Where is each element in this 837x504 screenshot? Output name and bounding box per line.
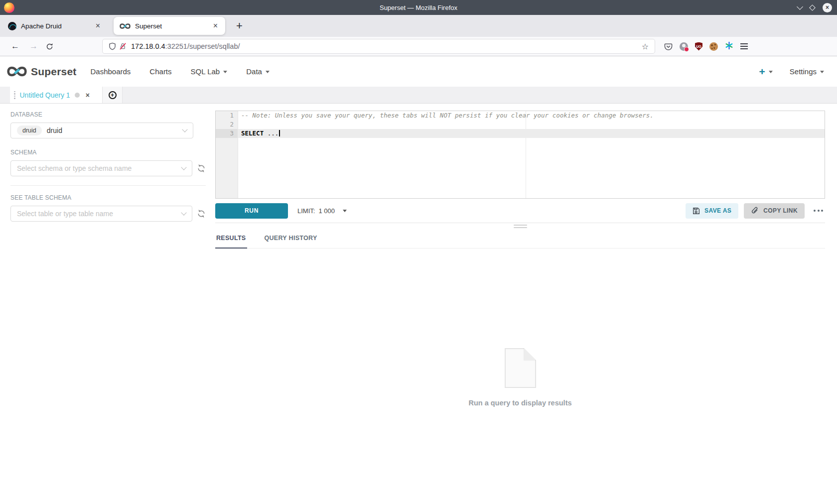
sqllab-left-panel: DATABASE druid druid SCHEMA Select schem… (0, 104, 209, 504)
link-icon (751, 207, 759, 215)
unsaved-indicator-dot (75, 93, 80, 98)
query-tab-close-icon[interactable]: × (86, 92, 90, 99)
line-number: 1 (216, 111, 238, 120)
line-number: 2 (216, 120, 238, 129)
browser-tab-apache-druid[interactable]: Apache Druid × (2, 17, 108, 35)
pocket-icon[interactable] (664, 42, 673, 51)
superset-logo[interactable]: Superset (7, 66, 76, 78)
url-bar[interactable]: 172.18.0.4:32251/superset/sqllab/ ☆ (102, 39, 655, 54)
database-tag: druid (17, 126, 42, 135)
sql-keyword: SELECT (241, 129, 264, 137)
window-minimize-icon[interactable] (797, 3, 803, 10)
line-number: 3 (216, 129, 238, 138)
plus-circle-icon: + (109, 91, 117, 99)
query-tab-label: Untitled Query 1 (20, 91, 70, 99)
window-maximize-icon[interactable] (809, 4, 816, 11)
table-select[interactable]: Select table or type table name (10, 206, 192, 222)
schema-select[interactable]: Select schema or type schema name (10, 160, 192, 176)
save-as-label: SAVE AS (704, 207, 731, 214)
empty-state-text: Run a query to display results (468, 399, 571, 407)
url-text: 172.18.0.4:32251/superset/sqllab/ (131, 42, 240, 50)
nav-item-dashboards[interactable]: Dashboards (90, 67, 131, 76)
limit-label: LIMIT: (297, 207, 315, 215)
refresh-schemas-button[interactable] (197, 164, 206, 173)
editor-line: 2 (216, 120, 825, 129)
browser-tabbar: Apache Druid × Superset × + (0, 15, 837, 37)
tab-query-history[interactable]: QUERY HISTORY (264, 232, 318, 248)
refresh-tables-button[interactable] (197, 209, 206, 218)
document-page-icon (505, 348, 536, 388)
editor-line-active: 3 SELECT ... (216, 129, 825, 138)
sync-icon (197, 164, 206, 173)
table-schema-label: SEE TABLE SCHEMA (10, 194, 209, 201)
database-select[interactable]: druid druid (10, 123, 193, 138)
chevron-down-icon (820, 71, 824, 73)
copy-link-button[interactable]: COPY LINK (744, 203, 805, 219)
run-button[interactable]: RUN (215, 203, 288, 219)
pane-resize-handle[interactable] (514, 225, 527, 228)
chevron-down-icon (769, 71, 773, 73)
window-title: Superset — Mozilla Firefox (380, 4, 457, 11)
results-empty-state: Run a query to display results (215, 348, 825, 407)
tab-close-icon[interactable]: × (211, 21, 220, 31)
browser-tab-title: Superset (135, 22, 211, 30)
new-item-plus-button[interactable]: + (759, 66, 773, 78)
forward-button: → (29, 41, 38, 51)
bookmark-star-icon[interactable]: ☆ (642, 42, 649, 51)
account-avatar-icon[interactable] (680, 42, 688, 51)
caret-down-icon (343, 210, 347, 212)
superset-navbar: Superset Dashboards Charts SQL Lab Data … (0, 56, 837, 87)
superset-favicon-icon (120, 23, 131, 29)
drag-handle-icon[interactable] (14, 91, 15, 99)
superset-infinity-icon (7, 66, 27, 77)
browser-tab-superset[interactable]: Superset × (114, 17, 225, 35)
ublock-origin-icon[interactable]: UO (695, 42, 702, 51)
firefox-logo-icon (4, 2, 14, 13)
nav-item-sql-lab[interactable]: SQL Lab (191, 67, 228, 76)
reload-button[interactable] (46, 43, 53, 50)
new-query-tab-button[interactable]: + (103, 87, 123, 103)
chevron-down-icon (181, 164, 186, 170)
url-host: 172.18.0.4 (131, 42, 165, 50)
editor-toolbar: RUN LIMIT: 1 000 SAVE AS COPY LINK (215, 199, 825, 223)
back-button[interactable]: ← (11, 41, 19, 51)
nav-item-data[interactable]: Data (246, 67, 270, 76)
save-as-button[interactable]: SAVE AS (686, 203, 738, 219)
table-placeholder: Select table or type table name (17, 210, 113, 218)
window-titlebar: Superset — Mozilla Firefox × (0, 0, 837, 15)
nav-item-charts[interactable]: Charts (149, 67, 171, 76)
sql-text: ... (264, 129, 279, 137)
panel-divider (10, 185, 206, 186)
window-close-icon[interactable]: × (823, 3, 832, 12)
chevron-down-icon (223, 71, 227, 73)
druid-favicon-icon (8, 22, 16, 30)
url-path: :32251/superset/sqllab/ (165, 42, 240, 50)
sql-editor[interactable]: 1 -- Note: Unless you save your query, t… (215, 111, 825, 199)
cookie-extension-icon[interactable] (709, 42, 718, 51)
limit-value: 1 000 (318, 207, 335, 215)
reload-icon (46, 43, 53, 50)
menu-hamburger-icon[interactable] (740, 43, 748, 49)
copy-link-label: COPY LINK (763, 207, 798, 214)
text-cursor (279, 130, 280, 136)
browser-tab-title: Apache Druid (21, 22, 93, 30)
tab-close-icon[interactable]: × (93, 21, 103, 31)
insecure-lock-icon[interactable] (119, 42, 127, 50)
brand-name: Superset (31, 66, 76, 78)
settings-menu[interactable]: Settings (790, 67, 824, 76)
query-tabbar: Untitled Query 1 × + (0, 87, 837, 104)
save-icon (693, 207, 700, 215)
tracking-protection-shield-icon[interactable] (109, 42, 116, 50)
browser-toolbar: ← → 172.18.0.4:32251/superset/sqllab/ ☆ … (0, 37, 837, 56)
new-tab-button[interactable]: + (232, 19, 247, 32)
chevron-down-icon (182, 126, 187, 132)
sqllab-workpane: 1 -- Note: Unless you save your query, t… (209, 104, 837, 504)
query-tab-active[interactable]: Untitled Query 1 × (10, 87, 103, 103)
limit-dropdown[interactable]: LIMIT: 1 000 (297, 207, 347, 215)
more-actions-icon[interactable] (812, 207, 825, 215)
extension-asterisk-icon[interactable] (725, 41, 733, 52)
results-tabs: RESULTS QUERY HISTORY (215, 232, 825, 249)
schema-label: SCHEMA (10, 149, 209, 156)
schema-placeholder: Select schema or type schema name (17, 164, 132, 172)
tab-results[interactable]: RESULTS (215, 232, 247, 249)
